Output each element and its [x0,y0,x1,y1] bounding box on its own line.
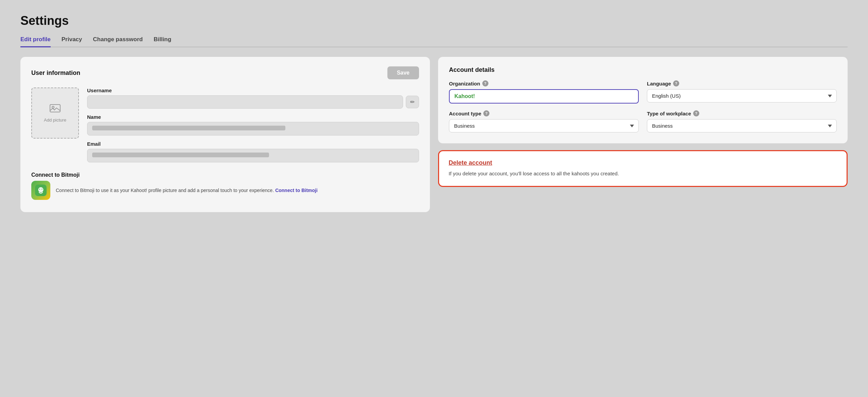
user-fields: Username ✏ Name [87,88,419,162]
email-input-row [87,149,419,162]
email-label: Email [87,141,419,147]
workplace-type-label: Type of workplace ? [647,110,837,116]
language-select[interactable]: English (US) [647,89,837,102]
account-details-card: Account details Organization ? Language … [438,57,848,143]
name-label: Name [87,114,419,120]
username-field-group: Username ✏ [87,88,419,109]
user-info-body: Add picture Username ✏ Name [31,88,419,162]
connect-bitmoji-text: Connect to Bitmoji to use it as your Kah… [56,187,318,194]
language-field: Language ? English (US) [647,80,837,104]
tab-change-password[interactable]: Change password [93,36,143,47]
workplace-type-select-wrapper: Business [647,119,837,132]
user-info-title: User information [31,69,80,77]
svg-point-1 [52,106,54,108]
card-header: User information Save [31,66,419,79]
workplace-type-select[interactable]: Business [647,119,837,132]
email-fill-bar [92,153,269,157]
tab-edit-profile[interactable]: Edit profile [20,36,51,47]
username-edit-button[interactable]: ✏ [406,96,419,108]
email-field-group: Email [87,141,419,162]
workplace-type-field: Type of workplace ? Business [647,110,837,132]
connect-bitmoji-link[interactable]: Connect to Bitmoji [275,188,317,193]
account-details-title: Account details [449,66,495,73]
svg-rect-0 [50,105,60,112]
name-field-group: Name [87,114,419,136]
svg-point-4 [39,189,40,190]
save-button[interactable]: Save [387,66,419,79]
language-help-icon[interactable]: ? [673,80,679,86]
username-label: Username [87,88,419,93]
svg-point-5 [41,189,43,190]
account-type-label: Account type ? [449,110,639,116]
bitmoji-icon [31,181,50,200]
settings-tabs: Edit profile Privacy Change password Bil… [20,36,848,47]
tab-billing[interactable]: Billing [154,36,171,47]
main-content: User information Save Add picture [20,57,848,212]
add-picture-label: Add picture [44,117,66,123]
delete-account-card: Delete account If you delete your accoun… [438,150,848,187]
account-type-select-wrapper: Business [449,119,639,132]
workplace-help-icon[interactable]: ? [693,110,699,116]
account-type-help-icon[interactable]: ? [483,110,489,116]
connect-bitmoji-section: Connect to Bitmoji Connect to Bitmoji to… [31,172,419,201]
account-type-select[interactable]: Business [449,119,639,132]
language-label: Language ? [647,80,837,86]
organization-help-icon[interactable]: ? [482,80,488,86]
tab-privacy[interactable]: Privacy [62,36,82,47]
language-select-wrapper: English (US) [647,89,837,102]
organization-input[interactable] [449,89,639,104]
avatar-upload[interactable]: Add picture [31,88,79,139]
delete-account-description: If you delete your account, you'll lose … [449,170,837,178]
svg-point-3 [38,187,43,192]
username-input-row: ✏ [87,95,419,109]
page-title: Settings [20,14,848,28]
organization-field: Organization ? [449,80,639,104]
user-information-card: User information Save Add picture [20,57,430,212]
account-type-field: Account type ? Business [449,110,639,132]
account-details-grid: Organization ? Language ? English (US) [449,80,837,132]
connect-bitmoji-title: Connect to Bitmoji [31,172,318,178]
image-icon [50,104,61,115]
name-fill-bar [92,126,285,130]
username-input[interactable] [87,95,403,109]
name-input-row [87,122,419,136]
right-column: Account details Organization ? Language … [438,57,848,187]
organization-label: Organization ? [449,80,639,86]
delete-account-button[interactable]: Delete account [449,159,837,166]
